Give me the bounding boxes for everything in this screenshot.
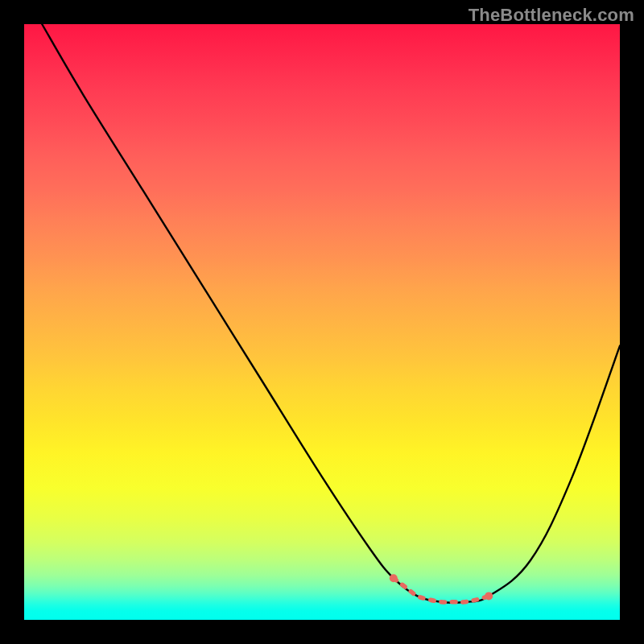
- plot-area: [24, 24, 620, 620]
- watermark-text: TheBottleneck.com: [469, 5, 634, 26]
- valley-left-dot: [390, 574, 398, 582]
- chart-svg: [24, 24, 620, 620]
- valley-right-dot: [485, 592, 493, 600]
- chart-container: TheBottleneck.com: [0, 0, 644, 644]
- bottleneck-curve: [42, 24, 620, 603]
